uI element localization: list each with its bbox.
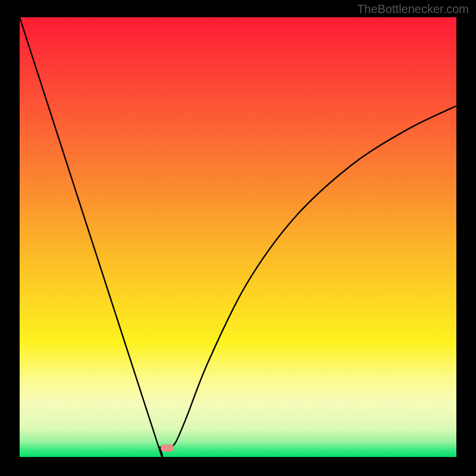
plot-area bbox=[20, 17, 456, 457]
minimum-marker bbox=[161, 444, 174, 452]
watermark-text: TheBottlenecker.com bbox=[357, 2, 469, 16]
bottleneck-chart bbox=[0, 0, 476, 476]
